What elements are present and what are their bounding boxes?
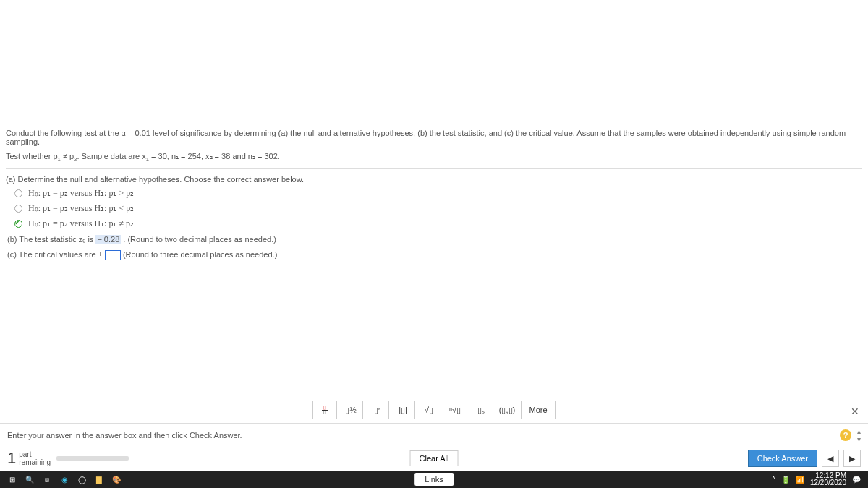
- radio-icon: [14, 205, 22, 213]
- windows-taskbar: ⊞ 🔍 ⎚ ◉ ◯ ▇ 🎨 Links ˄ 🔋 📶 12:12 PM 12/20…: [0, 471, 868, 488]
- action-bar: 1 partremaining Clear All Check Answer ◀…: [0, 446, 868, 471]
- math-palette: ▯▯ ▯½ ▯ʳ |▯| √▯ ⁿ√▯ ▯ₛ (▯,▯) More: [312, 401, 556, 419]
- prev-button[interactable]: ◀: [822, 450, 839, 467]
- parts-remaining: 1 partremaining: [7, 449, 51, 468]
- palette-nthroot-button[interactable]: ⁿ√▯: [443, 401, 467, 419]
- battery-icon[interactable]: 🔋: [781, 476, 790, 484]
- part-b-row: (b) The test statistic z₀ is − 0.28 . (R…: [7, 235, 862, 244]
- radio-label: H₀: p₁ = p₂ versus H₁: p₁ ≠ p₂: [28, 218, 134, 229]
- palette-subscript-button[interactable]: ▯ₛ: [469, 401, 493, 419]
- palette-absolute-button[interactable]: |▯|: [391, 401, 415, 419]
- palette-fraction-button[interactable]: ▯▯: [312, 401, 337, 419]
- radio-icon-checked: [14, 220, 22, 228]
- wifi-icon[interactable]: 📶: [796, 476, 804, 484]
- task-view-icon[interactable]: ⎚: [42, 474, 52, 484]
- start-icon[interactable]: ⊞: [7, 474, 17, 484]
- check-answer-button[interactable]: Check Answer: [748, 450, 817, 467]
- paint-icon[interactable]: 🎨: [111, 474, 122, 484]
- stepper-icon[interactable]: ▴▾: [857, 427, 861, 443]
- palette-mixed-button[interactable]: ▯½: [339, 401, 363, 419]
- instruction-text: Enter your answer in the answer box and …: [7, 431, 242, 440]
- problem-line-1: Conduct the following test at the α = 0.…: [6, 129, 862, 146]
- radio-option-1[interactable]: H₀: p₁ = p₂ versus H₁: p₁ > p₂: [14, 188, 862, 199]
- radio-icon: [14, 189, 22, 197]
- instruction-bar: Enter your answer in the answer box and …: [0, 423, 868, 446]
- part-c-row: (c) The critical values are ± (Round to …: [7, 250, 862, 260]
- radio-option-3[interactable]: H₀: p₁ = p₂ versus H₁: p₁ ≠ p₂: [14, 218, 862, 229]
- links-popup[interactable]: Links: [414, 473, 454, 486]
- search-icon[interactable]: 🔍: [25, 474, 35, 484]
- edge-icon[interactable]: ◉: [59, 474, 69, 484]
- palette-more-button[interactable]: More: [521, 401, 556, 419]
- part-a-prompt: (a) Determine the null and alternative h…: [6, 175, 862, 184]
- clock[interactable]: 12:12 PM 12/20/2020: [810, 472, 846, 487]
- radio-option-2[interactable]: H₀: p₁ = p₂ versus H₁: p₁ < p₂: [14, 203, 862, 214]
- radio-label: H₀: p₁ = p₂ versus H₁: p₁ < p₂: [28, 203, 134, 214]
- problem-statement: Conduct the following test at the α = 0.…: [6, 129, 862, 163]
- divider: [6, 168, 862, 169]
- problem-line-2: Test whether p1 ≠ p2. Sample data are x1…: [6, 152, 862, 163]
- notifications-icon[interactable]: 💬: [852, 476, 861, 484]
- radio-label: H₀: p₁ = p₂ versus H₁: p₁ > p₂: [28, 188, 134, 199]
- chrome-icon[interactable]: ◯: [77, 474, 87, 484]
- explorer-icon[interactable]: ▇: [94, 474, 104, 484]
- palette-exponent-button[interactable]: ▯ʳ: [365, 401, 389, 419]
- progress-bar: [56, 456, 129, 461]
- chevron-up-icon[interactable]: ˄: [772, 476, 775, 484]
- critical-value-input[interactable]: [105, 250, 121, 260]
- test-statistic-value: − 0.28: [95, 235, 121, 244]
- palette-sqrt-button[interactable]: √▯: [417, 401, 441, 419]
- next-button[interactable]: ▶: [843, 450, 861, 467]
- palette-ordered-pair-button[interactable]: (▯,▯): [495, 401, 519, 419]
- clear-all-button[interactable]: Clear All: [410, 450, 459, 466]
- close-icon[interactable]: ✕: [851, 406, 859, 417]
- help-icon[interactable]: ?: [840, 429, 851, 441]
